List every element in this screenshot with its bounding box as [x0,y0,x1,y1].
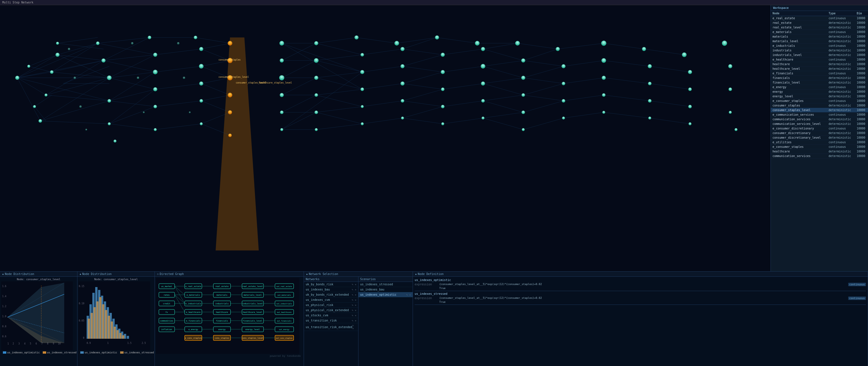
legend2-stressed: us_indexes_stressed [120,351,154,354]
workspace-cell-node: materials [771,34,827,39]
workspace-row[interactable]: consumer_discretionary deterministic 100… [771,131,868,136]
scenario-item-label: us_indexes_optimistic [360,293,406,296]
network-item[interactable]: uk_by_bonds_risk_extended ✎ ✕ [304,292,358,298]
workspace-row[interactable]: real_estate deterministic 10000 [771,21,868,25]
workspace-cell-type: deterministic [827,76,855,80]
node-def-row: True [415,287,866,290]
scenarios-column: Scenarios us_indexes_stressed us_indexes… [359,277,413,366]
network-item[interactable]: us_transition_risk_extended ✎ ✕ [304,323,358,331]
legend2-optimistic: us_indexes_optimistic [80,351,117,354]
svg-text:e_financials: e_financials [186,320,201,322]
svg-point-230 [602,111,605,114]
network-item-label: us_indexes_cvm [306,298,352,302]
svg-point-217 [521,76,525,80]
svg-text:0.9: 0.9 [87,342,91,344]
workspace-row[interactable]: communication_services deterministic 100… [771,117,868,122]
network-item-label: us_physical_risk_extended [306,309,352,312]
workspace-row[interactable]: e_communication_services continuous 1000… [771,113,868,117]
workspace-row[interactable]: e_energy continuous 10000 [771,85,868,90]
legend-optimistic: us_indexes_optimistic [3,351,40,354]
workspace-cell-type: continuous [827,30,855,34]
network-item[interactable]: us_stocks_cvm ✎ ✕ [304,313,358,318]
svg-point-227 [601,58,606,63]
workspace-row[interactable]: e_consumer_discretionary continuous 1000… [771,126,868,131]
svg-point-186 [314,58,318,63]
panel-header-ns: ▲ Network Selection [304,272,413,277]
workspace-row[interactable]: consumer_staples deterministic 10000 [771,103,868,108]
expand-icon-dg[interactable]: ○ [157,273,159,275]
svg-point-223 [562,82,565,85]
dg-col4: real_estate_level materials_level indust… [242,284,264,340]
network-item[interactable]: us_indexes_cvm ✎ ✕ [304,298,358,303]
workspace-cell-node: e_consumer_staples [771,99,827,103]
main-container: consumer_staples consumer_staples_level … [0,5,868,271]
svg-point-184 [280,128,283,131]
svg-text:out_cons_staples: out_cons_staples [276,337,292,339]
workspace-row[interactable]: financials_level deterministic 10000 [771,80,868,85]
workspace-row[interactable]: e_utilities continuous 10000 [771,140,868,145]
workspace-row[interactable]: industrials deterministic 10000 [771,48,868,53]
workspace-row[interactable]: materials deterministic 10000 [771,34,868,39]
network-item-icons: ✎ ✕ [352,299,356,302]
network-item[interactable]: uk_by_bonds_risk ✎ ✕ [304,282,358,287]
dg-col5: out_real_estate out_materials out_indust… [275,284,293,340]
workspace-row[interactable]: healthcare_level deterministic 10000 [771,66,868,71]
dist1-chart: 1.6 1.4 1.2 1.0 0.8 0.6 1 2 3 4 5 6 7 8 … [1,281,73,350]
panel-title-nd: Node Definition [418,273,444,276]
svg-text:materials_level: materials_level [244,294,261,296]
expand-icon-nd[interactable]: ▲ [415,273,417,275]
svg-text:e_real_estate: e_real_estate [186,285,201,288]
workspace-row[interactable]: materials_level deterministic 10000 [771,39,868,44]
legend-stressed: us_indexes_stressed [43,351,76,354]
workspace-row[interactable]: financials deterministic 10000 [771,76,868,80]
workspace-row[interactable]: e_materials continuous 10000 [771,30,868,34]
workspace-row[interactable]: industrials_level deterministic 10000 [771,53,868,57]
svg-point-145 [33,105,36,108]
svg-text:0.05: 0.05 [79,319,84,322]
workspace-row[interactable]: communication_services_level determinist… [771,122,868,126]
workspace-row[interactable]: e_real_estate continuous 10000 [771,16,868,21]
svg-point-243 [728,88,732,91]
scenario-item[interactable]: us_indexes_optimistic ✎ ✕ [359,292,413,298]
svg-text:financials: financials [216,320,228,322]
workspace-row[interactable]: e_industrials continuous 10000 [771,44,868,48]
workspace-row[interactable]: consumer_discretionary_level determinist… [771,136,868,140]
svg-text:out_materials: out_materials [278,294,291,296]
scenario-item-label: us_indexes_bau [360,288,411,291]
svg-text:6: 6 [36,342,37,345]
dist1-legend: us_indexes_optimistic us_indexes_stresse… [1,350,76,355]
svg-text:1: 1 [7,342,9,345]
workspace-row[interactable]: energy deterministic 10000 [771,90,868,94]
svg-text:financials_level: financials_level [243,320,262,322]
svg-text:3: 3 [18,342,20,345]
network-item[interactable]: us_physical_risk_extended ✎ ✕ [304,308,358,313]
scenario-item[interactable]: us_indexes_stressed [359,282,413,287]
workspace-cell-type: deterministic [827,48,855,53]
expand-icon-dist2[interactable]: ▲ [80,273,81,275]
expand-icon-ns[interactable]: ▲ [306,273,308,275]
network-item[interactable]: us_indexes_bau ✎ ✕ [304,287,358,292]
workspace-row[interactable]: healthcare deterministic 10000 [771,149,868,154]
workspace-row[interactable]: communication_services deterministic 100… [771,154,868,159]
network-item[interactable]: us_transition_risk ✎ ✕ [304,318,358,323]
workspace-row[interactable]: energy_level deterministic 10000 [771,94,868,99]
workspace-cell-node: real_estate [771,21,827,25]
workspace-row[interactable]: e_consumer_staples continuous 10000 [771,99,868,103]
network-item[interactable]: us_physical_risk ✎ ✕ [304,303,358,308]
workspace-cell-dim: 10000 [855,145,868,149]
expand-icon-dist1[interactable]: ▲ [2,273,4,275]
workspace-cell-dim: 10000 [855,57,868,62]
workspace-row[interactable]: healthcare deterministic 10000 [771,62,868,66]
workspace-row[interactable]: e_healthcare continuous 10000 [771,57,868,62]
workspace-cell-dim: 10000 [855,140,868,145]
workspace-row[interactable]: e_financials continuous 10000 [771,71,868,76]
scenario-item[interactable]: us_indexes_bau [359,287,413,292]
panel-title-dg: Directed Graph [160,273,184,276]
workspace-row[interactable]: e_consumer_staples continuous 10000 [771,145,868,149]
workspace-row[interactable]: real_estate_level deterministic 10000 [771,25,868,30]
svg-point-192 [361,53,364,57]
svg-rect-305 [91,313,93,339]
svg-point-235 [648,116,651,119]
dg-col3: real_estate materials industrials health… [213,284,230,340]
workspace-row[interactable]: consumer_staples_level deterministic 100… [771,108,868,113]
